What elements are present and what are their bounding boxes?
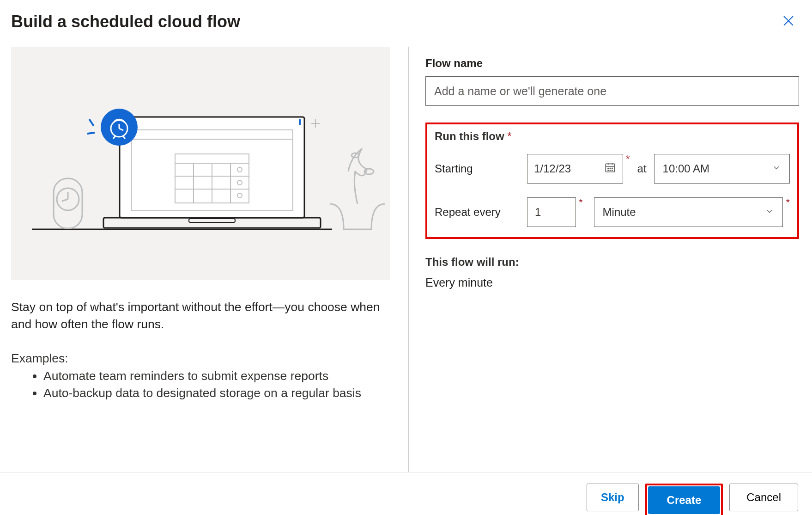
create-button[interactable]: Create — [648, 486, 721, 514]
close-icon — [782, 22, 795, 29]
flow-name-input[interactable] — [425, 76, 799, 106]
examples-list: Automate team reminders to submit expens… — [11, 368, 390, 402]
summary-text: Every minute — [425, 276, 799, 289]
left-panel: Stay on top of what's important without … — [11, 47, 408, 472]
svg-point-38 — [610, 170, 611, 171]
chevron-down-icon — [765, 206, 774, 219]
required-asterisk: * — [579, 197, 583, 208]
run-flow-label: Run this flow * — [435, 130, 790, 143]
start-date-value: 1/12/23 — [534, 162, 571, 175]
example-item: Automate team reminders to submit expens… — [43, 368, 390, 385]
svg-point-36 — [612, 168, 613, 169]
repeat-unit-value: Minute — [603, 206, 636, 219]
skip-button[interactable]: Skip — [587, 484, 639, 511]
repeat-count-value: 1 — [535, 206, 541, 219]
summary-label: This flow will run: — [425, 256, 799, 269]
starting-label: Starting — [435, 162, 527, 175]
start-date-field[interactable]: 1/12/23 — [527, 154, 623, 184]
flow-name-label: Flow name — [425, 57, 799, 70]
repeat-unit-select[interactable]: Minute — [594, 197, 783, 227]
svg-point-34 — [608, 168, 609, 169]
svg-point-35 — [610, 168, 611, 169]
svg-line-27 — [62, 199, 68, 201]
calendar-icon — [604, 161, 616, 176]
right-panel: Flow name Run this flow * Starting 1/12/… — [425, 47, 801, 472]
intro-text: Stay on top of what's important without … — [11, 299, 390, 333]
panel-divider — [408, 47, 409, 472]
svg-point-37 — [608, 170, 609, 171]
example-item: Auto-backup data to designated storage o… — [43, 385, 390, 402]
svg-point-39 — [612, 170, 613, 171]
laptop-illustration-icon — [11, 47, 390, 280]
required-asterisk: * — [626, 154, 630, 164]
required-asterisk: * — [786, 197, 790, 208]
repeat-count-field[interactable]: 1 — [527, 197, 576, 227]
close-button[interactable] — [779, 11, 798, 32]
dialog-footer: Skip Create Cancel — [0, 472, 812, 515]
starting-row: Starting 1/12/23 — [435, 154, 790, 184]
examples-label: Examples: — [11, 351, 390, 366]
scheduled-flow-dialog: Build a scheduled cloud flow — [0, 0, 812, 515]
dialog-body: Stay on top of what's important without … — [0, 39, 812, 472]
start-time-value: 10:00 AM — [663, 162, 709, 175]
required-asterisk: * — [507, 130, 511, 142]
create-highlight-box: Create — [645, 484, 723, 515]
dialog-title: Build a scheduled cloud flow — [11, 12, 240, 31]
schedule-highlight-box: Run this flow * Starting 1/12/23 — [425, 123, 799, 239]
svg-rect-2 — [189, 219, 235, 222]
run-flow-label-text: Run this flow — [435, 130, 504, 142]
repeat-label: Repeat every — [435, 206, 527, 219]
repeat-row: Repeat every 1 * Minute * — [435, 197, 790, 227]
cancel-button[interactable]: Cancel — [729, 484, 798, 511]
dialog-header: Build a scheduled cloud flow — [0, 0, 812, 39]
at-label: at — [635, 162, 654, 175]
start-time-select[interactable]: 10:00 AM — [654, 154, 790, 184]
chevron-down-icon — [772, 162, 781, 175]
illustration — [11, 47, 390, 280]
